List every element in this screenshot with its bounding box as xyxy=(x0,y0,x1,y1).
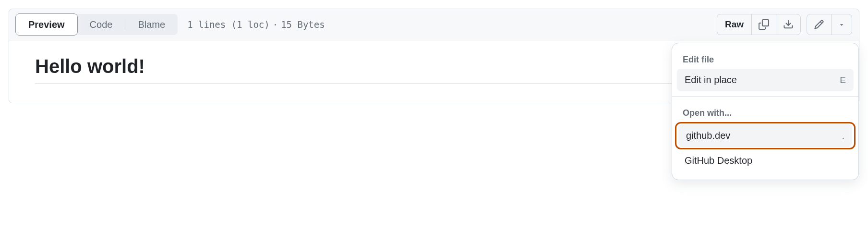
edit-dropdown-menu: Edit file Edit in place E Open with... g… xyxy=(672,43,859,180)
edit-button[interactable] xyxy=(807,14,831,35)
dropdown-divider xyxy=(672,96,858,97)
file-lines: 1 lines (1 loc) xyxy=(187,19,270,30)
edit-dropdown-toggle[interactable] xyxy=(831,14,852,35)
file-view-box: Preview Code Blame 1 lines (1 loc) · 15 … xyxy=(9,9,859,103)
dropdown-section-edit: Edit file xyxy=(672,48,858,69)
download-button[interactable] xyxy=(776,14,800,35)
copy-icon xyxy=(759,19,769,30)
menu-github-dev-shortcut: . xyxy=(842,131,844,141)
tab-code[interactable]: Code xyxy=(77,14,125,35)
menu-github-dev[interactable]: github.dev . xyxy=(678,124,852,147)
raw-button[interactable]: Raw xyxy=(717,14,751,35)
download-icon xyxy=(783,19,794,30)
tab-preview[interactable]: Preview xyxy=(15,13,78,36)
dropdown-section-open: Open with... xyxy=(672,101,858,122)
file-toolbar: Preview Code Blame 1 lines (1 loc) · 15 … xyxy=(9,9,859,40)
raw-actions-group: Raw xyxy=(717,14,801,35)
file-actions: Raw xyxy=(717,14,852,35)
menu-edit-in-place-label: Edit in place xyxy=(685,74,737,85)
edit-actions-group xyxy=(807,14,852,35)
menu-edit-in-place[interactable]: Edit in place E xyxy=(677,69,854,91)
copy-button[interactable] xyxy=(751,14,776,35)
triangle-down-icon xyxy=(838,21,845,28)
highlighted-option: github.dev . xyxy=(675,122,856,149)
menu-github-desktop[interactable]: GitHub Desktop xyxy=(677,149,854,172)
menu-edit-shortcut: E xyxy=(840,75,846,85)
file-info: 1 lines (1 loc) · 15 Bytes xyxy=(187,19,325,30)
view-mode-tabs: Preview Code Blame xyxy=(16,14,178,35)
tab-blame[interactable]: Blame xyxy=(125,14,178,35)
pencil-icon xyxy=(814,19,824,30)
file-info-separator: · xyxy=(273,19,278,30)
menu-github-desktop-label: GitHub Desktop xyxy=(685,155,752,166)
file-size: 15 Bytes xyxy=(281,19,325,30)
menu-github-dev-label: github.dev xyxy=(686,130,730,141)
